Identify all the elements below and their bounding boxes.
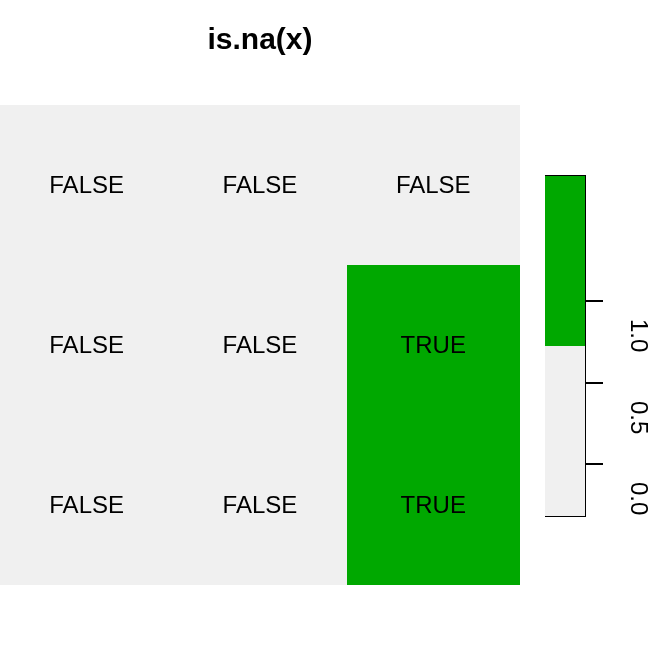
cell-label: TRUE	[401, 491, 466, 519]
color-legend	[545, 175, 586, 517]
cell-label: FALSE	[223, 171, 298, 199]
legend-true-color	[545, 176, 585, 346]
cell-0-0: FALSE	[0, 105, 173, 265]
cell-1-2: TRUE	[347, 265, 520, 425]
legend-tick	[585, 300, 603, 302]
cell-label: FALSE	[396, 171, 471, 199]
cell-2-0: FALSE	[0, 425, 173, 585]
legend-tick	[585, 463, 603, 465]
cell-1-1: FALSE	[173, 265, 346, 425]
legend-tick-label: 0.5	[625, 401, 653, 434]
cell-label: FALSE	[223, 331, 298, 359]
legend-false-color	[545, 346, 585, 516]
cell-label: FALSE	[49, 331, 124, 359]
cell-label: FALSE	[49, 491, 124, 519]
cell-2-2: TRUE	[347, 425, 520, 585]
cell-label: FALSE	[223, 491, 298, 519]
legend-tick-label: 0.0	[625, 482, 653, 515]
legend-tick-label: 1.0	[625, 319, 653, 352]
cell-2-1: FALSE	[173, 425, 346, 585]
heatmap-grid: FALSE FALSE FALSE FALSE FALSE TRUE FALSE…	[0, 105, 520, 585]
chart-title: is.na(x)	[0, 22, 520, 56]
cell-label: FALSE	[49, 171, 124, 199]
cell-1-0: FALSE	[0, 265, 173, 425]
cell-0-1: FALSE	[173, 105, 346, 265]
chart-container: is.na(x) FALSE FALSE FALSE FALSE FALSE T…	[0, 0, 672, 672]
cell-0-2: FALSE	[347, 105, 520, 265]
legend-tick	[585, 382, 603, 384]
cell-label: TRUE	[401, 331, 466, 359]
